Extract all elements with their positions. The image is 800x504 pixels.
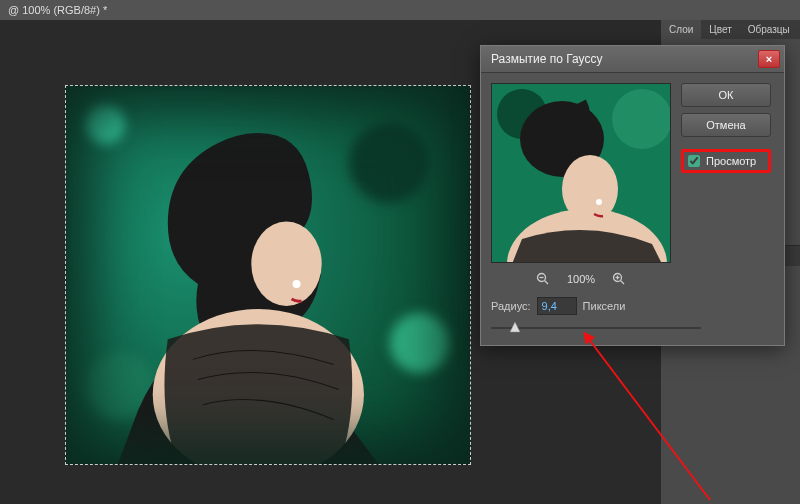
panel-tabs: Слои Цвет Образцы (661, 20, 800, 39)
dialog-close-button[interactable]: × (758, 50, 780, 68)
document-title: @ 100% (RGB/8#) * (8, 4, 107, 16)
tab-layers[interactable]: Слои (661, 20, 701, 39)
svg-point-6 (612, 89, 671, 149)
zoom-in-button[interactable] (611, 271, 627, 287)
dialog-titlebar[interactable]: Размытие по Гауссу × (481, 46, 784, 73)
zoom-level: 100% (567, 273, 595, 285)
radius-units: Пиксели (583, 300, 626, 312)
filter-preview[interactable] (491, 83, 671, 263)
document-title-bar: @ 100% (RGB/8#) * (0, 0, 800, 20)
svg-line-12 (544, 281, 548, 285)
canvas[interactable] (65, 85, 471, 465)
preview-checkbox-label: Просмотр (706, 155, 756, 167)
radius-slider[interactable] (491, 321, 701, 335)
zoom-out-icon (536, 272, 550, 286)
cancel-button[interactable]: Отмена (681, 113, 771, 137)
svg-line-15 (621, 281, 625, 285)
tab-color[interactable]: Цвет (701, 20, 739, 39)
dialog-title: Размытие по Гауссу (491, 52, 602, 66)
preview-checkbox-row[interactable]: Просмотр (681, 149, 771, 173)
close-icon: × (766, 53, 772, 65)
preview-checkbox[interactable] (688, 155, 700, 167)
workspace: Слои Цвет Образцы Кон Размытие по Гауссу… (0, 20, 800, 504)
radius-input[interactable] (537, 297, 577, 315)
ok-button[interactable]: ОК (681, 83, 771, 107)
zoom-out-button[interactable] (535, 271, 551, 287)
slider-thumb-icon[interactable] (509, 321, 521, 333)
gaussian-blur-dialog: Размытие по Гауссу × (480, 45, 785, 346)
svg-point-10 (596, 199, 602, 205)
tab-swatches[interactable]: Образцы (740, 20, 798, 39)
radius-label: Радиус: (491, 300, 531, 312)
zoom-in-icon (612, 272, 626, 286)
